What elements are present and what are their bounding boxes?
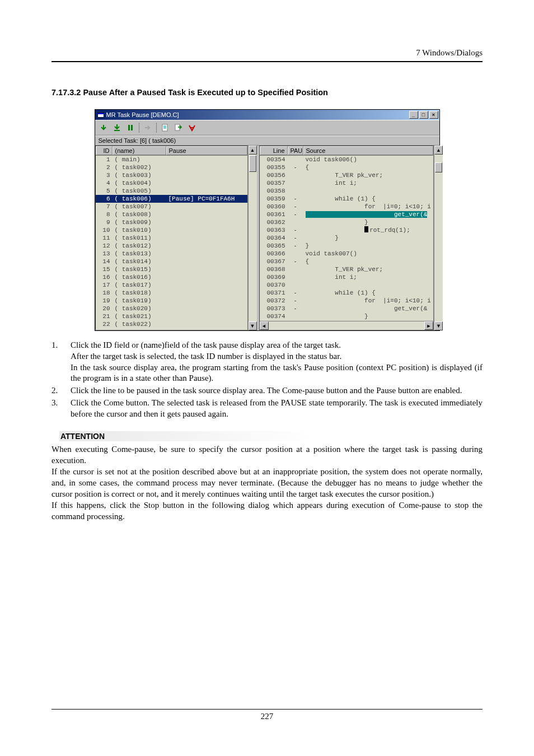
instruction-list: 1.Click the ID field or (name)field of t… <box>51 340 483 420</box>
source-body[interactable]: 00354void task006()00355-{00356 T_VER pk… <box>260 156 433 321</box>
task-row[interactable]: 18( task018) <box>96 289 247 297</box>
view-mode-button[interactable] <box>172 122 185 133</box>
scroll-down-button[interactable]: ▼ <box>249 321 257 330</box>
col-source[interactable]: Source <box>303 146 433 155</box>
source-text: get_ver(& <box>303 211 433 218</box>
select-all-button[interactable] <box>186 122 198 133</box>
close-button[interactable]: × <box>429 111 438 119</box>
task-row[interactable]: 16( task016) <box>96 273 247 281</box>
come-pause-button[interactable] <box>97 122 110 133</box>
source-text: { <box>303 258 433 265</box>
maximize-button[interactable]: □ <box>419 111 428 119</box>
task-name: ( task016) <box>113 273 166 281</box>
task-row[interactable]: 22( task022) <box>96 320 247 328</box>
goto-icon <box>144 124 152 132</box>
col-pau[interactable]: PAU <box>288 146 303 155</box>
source-row[interactable]: 00371- while (1) { <box>260 289 433 297</box>
task-pause <box>166 281 247 289</box>
source-row[interactable]: 00367-{ <box>260 258 433 265</box>
task-row[interactable]: 17( task017) <box>96 281 247 289</box>
col-id[interactable]: ID <box>96 146 113 155</box>
source-row[interactable]: 00365-} <box>260 242 433 250</box>
task-row[interactable]: 13( task013) <box>96 250 247 258</box>
task-row[interactable]: 12( task012) <box>96 242 247 250</box>
task-row[interactable]: 6( task006)[Pause] PC=0F1FA6H <box>96 195 247 203</box>
source-row[interactable]: 00362 } <box>260 218 433 226</box>
task-row[interactable]: 15( task015) <box>96 265 247 273</box>
attention-body: When executing Come-pause, be sure to sp… <box>51 444 483 522</box>
task-id: 20 <box>96 305 113 312</box>
source-row[interactable]: 00360- for |i=0; i<10; i <box>260 203 433 211</box>
source-text: while (1) { <box>303 195 433 203</box>
task-row[interactable]: 8( task008) <box>96 211 247 218</box>
task-name: ( task007) <box>113 203 166 211</box>
task-row[interactable]: 2( task002) <box>96 164 247 171</box>
task-list-scrollbar[interactable]: ▲ ▼ <box>248 146 257 330</box>
task-row[interactable]: 7( task007) <box>96 203 247 211</box>
pause-button[interactable] <box>111 122 123 133</box>
scroll-up-button[interactable]: ▲ <box>434 146 443 155</box>
col-line[interactable]: Line <box>260 146 288 155</box>
source-row[interactable]: 00372- for |i=0; i<10; i <box>260 297 433 305</box>
source-row[interactable]: 00354void task006() <box>260 156 433 164</box>
source-row[interactable]: 00356 T_VER pk_ver; <box>260 171 433 179</box>
source-row[interactable]: 00369 int i; <box>260 273 433 281</box>
task-row[interactable]: 19( task019) <box>96 297 247 305</box>
come-button[interactable] <box>142 122 154 133</box>
task-name: ( task009) <box>113 218 166 226</box>
task-row[interactable]: 14( task014) <box>96 258 247 265</box>
task-row[interactable]: 20( task020) <box>96 305 247 312</box>
task-id: 8 <box>96 211 113 218</box>
arrow-down-bar-icon <box>113 124 121 132</box>
source-vscrollbar[interactable]: ▲ ▼ <box>434 146 443 330</box>
svg-rect-6 <box>162 124 167 131</box>
scroll-left-button[interactable]: ◄ <box>260 321 269 330</box>
task-row[interactable]: 21( task021) <box>96 312 247 320</box>
scroll-thumb[interactable] <box>249 155 256 172</box>
source-row[interactable]: 00368 T_VER pk_ver; <box>260 265 433 273</box>
instruction-text: Click the Come button. The selected task… <box>71 398 483 420</box>
source-row[interactable]: 00374 } <box>260 312 433 320</box>
source-row[interactable]: 00361- get_ver(& <box>260 211 433 218</box>
scroll-up-button[interactable]: ▲ <box>249 146 257 155</box>
source-row[interactable]: 00363- rot_rdq(1); <box>260 226 433 234</box>
task-row[interactable]: 5( task005) <box>96 187 247 195</box>
source-row[interactable]: 00373- get_ver(& <box>260 305 433 312</box>
source-row[interactable]: 00359- while (1) { <box>260 195 433 203</box>
task-row[interactable]: 4( task004) <box>96 179 247 187</box>
task-pause <box>166 320 247 328</box>
task-id: 13 <box>96 250 113 258</box>
task-name: ( task008) <box>113 211 166 218</box>
task-name: ( task005) <box>113 187 166 195</box>
source-row[interactable]: 00364- } <box>260 234 433 242</box>
source-pau: - <box>288 258 303 265</box>
col-name[interactable]: (name) <box>113 146 166 155</box>
task-row[interactable]: 3( task003) <box>96 171 247 179</box>
source-line-no: 00364 <box>260 234 288 242</box>
scroll-thumb[interactable] <box>435 162 442 172</box>
source-pau: - <box>288 164 303 171</box>
source-pau: - <box>288 226 303 234</box>
task-list-body[interactable]: 1( main)2( task002)3( task003)4( task004… <box>96 156 247 330</box>
source-row[interactable]: 00358 <box>260 187 433 195</box>
scroll-down-button[interactable]: ▼ <box>434 321 443 330</box>
source-row[interactable]: 00355-{ <box>260 164 433 171</box>
source-text: T_VER pk_ver; <box>303 265 433 273</box>
task-row[interactable]: 11( task011) <box>96 234 247 242</box>
task-row[interactable]: 10( task010) <box>96 226 247 234</box>
source-hscrollbar[interactable]: ◄ ► <box>260 321 433 330</box>
task-row[interactable]: 1( main) <box>96 156 247 164</box>
source-row[interactable]: 00366void task007() <box>260 250 433 258</box>
source-row[interactable]: 00370 <box>260 281 433 289</box>
task-name: ( task004) <box>113 179 166 187</box>
task-id: 10 <box>96 226 113 234</box>
task-row[interactable]: 9( task009) <box>96 218 247 226</box>
view-source-button[interactable] <box>159 122 171 133</box>
source-row[interactable]: 00357 int i; <box>260 179 433 187</box>
stop-pause-button[interactable] <box>124 122 137 133</box>
document-icon <box>161 124 169 132</box>
col-pause[interactable]: Pause <box>166 146 247 155</box>
scroll-right-button[interactable]: ► <box>424 321 433 330</box>
minimize-button[interactable]: _ <box>409 111 418 119</box>
source-pau <box>288 250 303 258</box>
